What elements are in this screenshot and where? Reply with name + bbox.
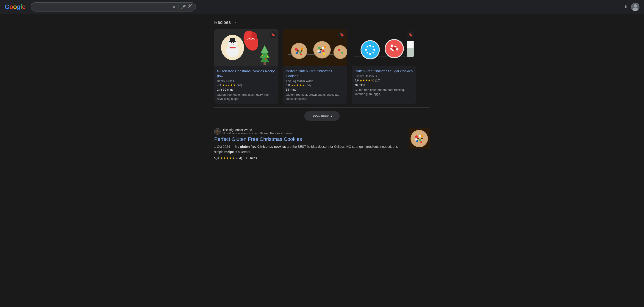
search-input[interactable]: gluten free christmas cookie recipes	[31, 2, 196, 12]
svg-point-27	[295, 48, 298, 51]
more-options-icon: ⋮	[233, 20, 238, 25]
svg-point-2	[634, 4, 637, 8]
header: Google gluten free christmas cookie reci…	[0, 0, 644, 14]
recipe-cards-container: 🔖 Gluten-free Christmas Cookies Recipe (…	[214, 29, 430, 104]
star-icons: ★★★★	[360, 79, 370, 82]
rating-value: 4,9	[217, 84, 221, 87]
card-body: Gluten-free Christmas Cookies Recipe (lo…	[214, 66, 278, 104]
source-favicon: B	[214, 128, 221, 135]
apps-button[interactable]: ⠿	[624, 4, 628, 10]
bookmark-icon: 🔖	[271, 33, 275, 37]
divider	[178, 4, 178, 10]
svg-point-45	[334, 46, 346, 58]
chevron-down-icon: ▾	[331, 114, 332, 118]
recipes-more-options-button[interactable]: ⋮	[233, 20, 238, 25]
svg-point-29	[301, 48, 303, 50]
svg-point-40	[323, 53, 325, 55]
svg-point-47	[341, 52, 343, 54]
show-more-button[interactable]: Show more ▾	[304, 111, 340, 121]
card-time: 15 mins	[286, 88, 344, 91]
source-url: https://thebigmansworld.com › Dessert Re…	[222, 132, 292, 135]
result-menu-button[interactable]: ⋮	[296, 129, 302, 135]
card-ingredients: Gluten free, gluten free plain, dairy fr…	[217, 93, 276, 101]
search-result: B The Big Man's World https://thebigmans…	[214, 124, 430, 164]
card-body: Gluten Free Christmas Sugar Cookies Flip…	[352, 66, 416, 99]
microphone-icon: 🎤	[181, 4, 186, 10]
search-icons: ✕ 🎤	[172, 4, 193, 10]
bookmark-button[interactable]: 🔖	[338, 31, 346, 38]
clear-search-button[interactable]: ✕	[172, 4, 176, 10]
result-meta: 5,0 ★★★★★ (64) · 15 mins	[214, 156, 405, 160]
svg-point-55	[365, 49, 367, 51]
result-source: B The Big Man's World https://thebigmans…	[214, 128, 405, 135]
svg-point-37	[322, 50, 324, 52]
result-image[interactable]	[409, 128, 430, 149]
recipe-card[interactable]: 🔖 Gluten-free Christmas Cookies Recipe (…	[214, 29, 278, 104]
svg-point-30	[296, 52, 298, 54]
bookmark-button[interactable]: 🔖	[407, 31, 414, 38]
recipe-card[interactable]: 🔖 Perfect Gluten Free Christmas Cookies …	[283, 29, 347, 104]
image-search-button[interactable]	[188, 4, 193, 10]
rating-count: (64)	[306, 84, 311, 87]
recipes-section-header: Recipes ⋮	[214, 20, 430, 25]
result-date: 1 Oct 2024	[214, 145, 230, 148]
google-logo[interactable]: Google	[4, 3, 25, 11]
bookmark-icon: 🔖	[409, 33, 412, 37]
svg-point-28	[299, 51, 301, 54]
svg-point-42	[322, 47, 324, 49]
card-source: Flippin' Delicious	[354, 74, 413, 78]
card-title: Gluten Free Christmas Sugar Cookies	[354, 69, 413, 73]
show-more-label: Show more	[312, 114, 329, 118]
svg-point-20	[265, 58, 266, 60]
half-star-icon: ½	[372, 79, 374, 82]
svg-rect-18	[264, 62, 266, 65]
svg-rect-70	[407, 41, 414, 48]
svg-point-21	[267, 56, 268, 57]
result-review-count: (64)	[236, 156, 242, 160]
card-rating: 4,6 ★★★★½ (16)	[354, 79, 413, 82]
result-time: 15 mins	[246, 156, 257, 160]
main-content: Recipes ⋮	[210, 14, 434, 169]
source-info: The Big Man's World https://thebigmanswo…	[222, 128, 292, 135]
rating-count: (90)	[237, 84, 242, 87]
svg-point-63	[391, 45, 393, 47]
svg-point-33	[301, 50, 302, 52]
svg-rect-12	[230, 47, 236, 48]
bookmark-button[interactable]: 🔖	[269, 31, 276, 38]
svg-point-57	[366, 46, 368, 48]
card-image-wrapper: 🔖	[214, 29, 278, 66]
svg-point-56	[373, 49, 375, 51]
card-time: 55 mins	[354, 83, 413, 87]
rating-value: 4,6	[354, 79, 359, 82]
card-time: 1 hr 30 mins	[217, 88, 276, 91]
avatar[interactable]	[631, 3, 640, 11]
voice-search-button[interactable]: 🎤	[181, 4, 186, 10]
card-rating: 5,0 ★★★★★ (64)	[286, 84, 344, 87]
svg-point-60	[366, 52, 368, 54]
svg-point-66	[396, 48, 398, 51]
card-ingredients: Gluten free flour, buttercream frosting,…	[354, 88, 413, 96]
rating-count: (16)	[375, 79, 380, 82]
svg-point-31	[300, 54, 302, 55]
recipe-card[interactable]: 🔖 Gluten Free Christmas Sugar Cookies Fl…	[352, 29, 416, 104]
svg-point-77	[419, 139, 421, 141]
svg-point-53	[369, 45, 371, 47]
svg-point-80	[420, 141, 422, 143]
rating-value: 5,0	[286, 84, 290, 87]
more-options-icon: ⋮	[297, 130, 301, 134]
header-right: ⠿	[624, 3, 640, 11]
result-description-pre: — My	[231, 145, 240, 148]
search-bar-wrapper: gluten free christmas cookie recipes ✕ 🎤	[31, 2, 196, 12]
svg-point-83	[419, 135, 421, 137]
svg-point-43	[318, 50, 320, 52]
card-rating: 4,9 ★★★★★ (90)	[217, 84, 276, 87]
svg-point-82	[421, 138, 423, 139]
svg-point-41	[320, 49, 322, 51]
svg-point-19	[262, 55, 263, 56]
svg-point-32	[297, 50, 299, 52]
svg-point-81	[418, 138, 419, 139]
recipes-title: Recipes	[214, 20, 231, 25]
result-title[interactable]: Perfect Gluten Free Christmas Cookies	[214, 136, 405, 142]
card-title: Gluten-free Christmas Cookies Recipe (lo…	[217, 69, 276, 78]
svg-point-46	[338, 49, 340, 51]
